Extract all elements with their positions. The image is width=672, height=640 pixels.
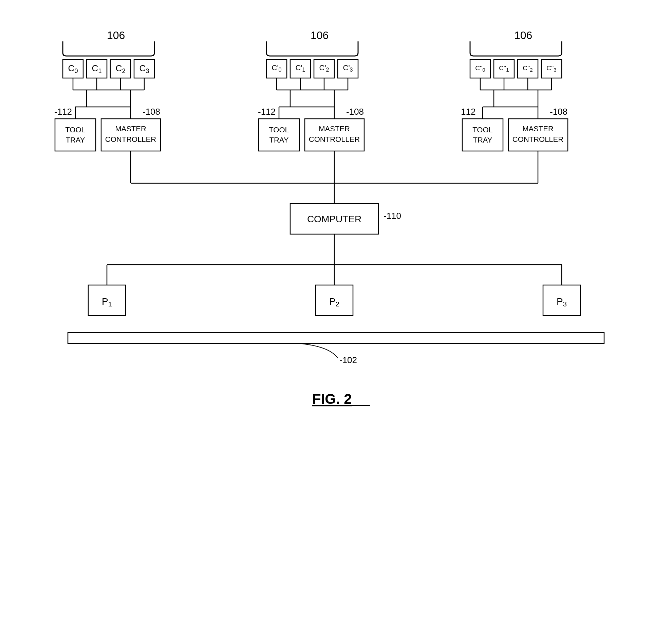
- label-110: -110: [383, 211, 401, 221]
- label-master-mid: MASTER: [319, 125, 350, 133]
- label-112-right: 112: [461, 106, 476, 117]
- fig-label: FIG. 2: [312, 391, 352, 407]
- label-computer: COMPUTER: [307, 214, 362, 224]
- label-108-right: -108: [550, 106, 568, 117]
- label-controller-mid: CONTROLLER: [309, 135, 360, 144]
- label-tool-tray-left: TOOL: [65, 126, 86, 134]
- tool-tray-right: [462, 119, 503, 151]
- label-102: -102: [339, 355, 357, 365]
- label-106-left: 106: [107, 29, 125, 41]
- tool-tray-mid: [259, 119, 300, 151]
- label-tool-tray-right: TOOL: [472, 126, 493, 134]
- diagram: 106 C0 C1 C2 C3 -112 -108: [34, 20, 638, 614]
- label-106-mid: 106: [310, 29, 328, 41]
- label-108-mid: -108: [346, 106, 364, 117]
- conveyor-rail: [68, 333, 604, 344]
- tool-tray-left: [55, 119, 96, 151]
- label-tray-mid: TRAY: [269, 136, 289, 144]
- label-108-left: -108: [143, 106, 160, 117]
- label-112-left: -112: [54, 106, 72, 117]
- label-master-right: MASTER: [522, 125, 554, 133]
- label-controller-left: CONTROLLER: [105, 135, 156, 144]
- label-tray-right: TRAY: [473, 136, 492, 144]
- label-106-right: 106: [514, 29, 532, 41]
- label-master-left: MASTER: [115, 125, 146, 133]
- label-controller-right: CONTROLLER: [512, 135, 564, 144]
- label-112-mid: -112: [258, 106, 276, 117]
- label-tool-tray-mid: TOOL: [269, 126, 289, 134]
- label-tray-left: TRAY: [65, 136, 85, 144]
